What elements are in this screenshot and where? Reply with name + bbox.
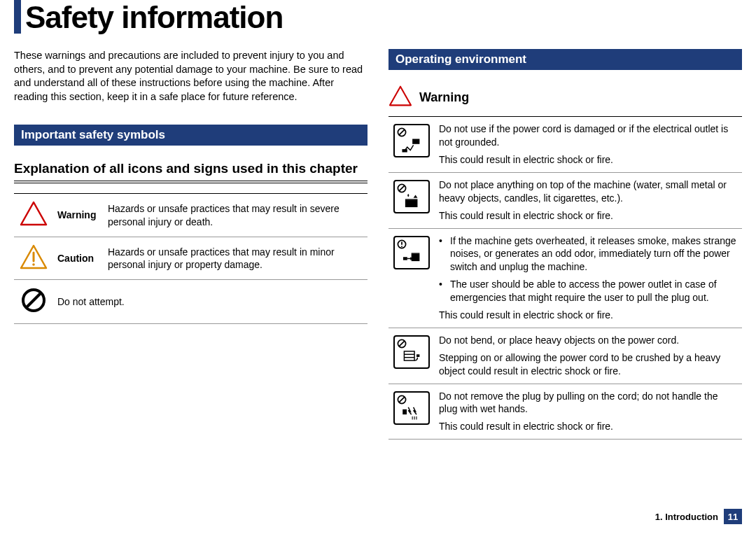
symbol-desc: Hazards or unsafe practices that may res… xyxy=(104,237,368,279)
page-footer: 1. Introduction 11 xyxy=(655,509,742,524)
svg-rect-20 xyxy=(403,257,407,260)
page-title-block: Safety information xyxy=(14,0,742,34)
table-row: Do not use if the power cord is damaged … xyxy=(388,117,742,173)
pictogram-bend-cord-icon xyxy=(388,328,435,384)
env-line1: Do not use if the power cord is damaged … xyxy=(439,122,738,149)
warning-triangle-icon xyxy=(14,194,53,237)
svg-point-3 xyxy=(32,263,35,266)
table-row: Do not place anything on top of the mach… xyxy=(388,172,742,228)
prohibit-icon xyxy=(14,279,53,323)
svg-rect-19 xyxy=(412,253,420,253)
svg-rect-14 xyxy=(405,199,418,199)
env-cell: Do not remove the plug by pulling on the… xyxy=(435,384,742,440)
divider-thin xyxy=(14,183,368,183)
env-cell: Do not bend, or place heavy objects on t… xyxy=(435,328,742,384)
warning-heading: Warning xyxy=(388,85,742,109)
env-line2: Stepping on or allowing the power cord t… xyxy=(439,351,738,378)
env-line2: This could result in electric shock or f… xyxy=(439,309,738,322)
symbol-desc: Hazards or unsafe practices that may res… xyxy=(104,194,368,237)
env-cell: Do not place anything on top of the mach… xyxy=(435,172,742,228)
svg-rect-31 xyxy=(403,409,407,414)
env-line2: This could result in electric shock or f… xyxy=(439,209,738,223)
symbol-desc: Do not attempt. xyxy=(53,279,368,323)
symbol-label: Warning xyxy=(53,194,104,237)
env-cell: If the machine gets overheated, it relea… xyxy=(435,228,742,328)
intro-paragraph: These warnings and precautions are inclu… xyxy=(14,49,368,104)
symbol-label: Caution xyxy=(53,237,104,279)
env-bullet: If the machine gets overheated, it relea… xyxy=(450,234,738,274)
pictogram-damaged-cord-icon xyxy=(388,117,435,173)
caution-triangle-icon xyxy=(14,237,53,279)
table-row: Do not remove the plug by pulling on the… xyxy=(388,384,742,440)
table-row: Do not bend, or place heavy objects on t… xyxy=(388,328,742,384)
table-row: Warning Hazards or unsafe practices that… xyxy=(14,194,368,237)
svg-marker-0 xyxy=(21,202,46,225)
section-bar-env: Operating environment xyxy=(388,49,742,70)
subheading-explanation: Explanation of all icons and signs used … xyxy=(14,161,368,176)
svg-line-5 xyxy=(26,293,41,308)
pictogram-pull-plug-icon xyxy=(388,384,435,440)
table-row: If the machine gets overheated, it relea… xyxy=(388,228,742,328)
svg-rect-28 xyxy=(416,354,419,357)
env-line2: This could result in electric shock or f… xyxy=(439,420,738,433)
table-row: Do not attempt. xyxy=(14,279,368,323)
section-bar-symbols: Important safety symbols xyxy=(14,125,368,146)
divider xyxy=(14,181,368,181)
svg-rect-18 xyxy=(412,253,420,260)
svg-rect-9 xyxy=(412,139,419,144)
left-column: These warnings and precautions are inclu… xyxy=(14,49,368,440)
right-column: Operating environment Warning Do not use xyxy=(388,49,742,440)
two-column-layout: These warnings and precautions are inclu… xyxy=(14,49,742,440)
page-title: Safety information xyxy=(25,0,742,34)
env-line1: Do not place anything on top of the mach… xyxy=(439,178,738,205)
env-bullet: The user should be able to access the po… xyxy=(450,278,738,304)
env-line1: Do not remove the plug by pulling on the… xyxy=(439,390,738,416)
chapter-label: 1. Introduction xyxy=(655,512,718,522)
warning-triangle-icon xyxy=(388,85,412,109)
safety-symbols-table: Warning Hazards or unsafe practices that… xyxy=(14,193,368,324)
env-line1: Do not bend, or place heavy objects on t… xyxy=(439,334,738,347)
env-cell: Do not use if the power cord is damaged … xyxy=(435,117,742,173)
svg-rect-13 xyxy=(405,200,418,207)
warning-label: Warning xyxy=(419,90,469,105)
pictogram-objects-on-top-icon xyxy=(388,172,435,228)
operating-environment-table: Do not use if the power cord is damaged … xyxy=(388,116,742,440)
pictogram-overheat-icon xyxy=(388,228,435,328)
page-number: 11 xyxy=(724,509,742,524)
svg-rect-25 xyxy=(405,351,415,360)
svg-rect-10 xyxy=(402,149,407,152)
table-row: Caution Hazards or unsafe practices that… xyxy=(14,237,368,279)
svg-marker-6 xyxy=(390,87,411,106)
env-line2: This could result in electric shock or f… xyxy=(439,153,738,167)
